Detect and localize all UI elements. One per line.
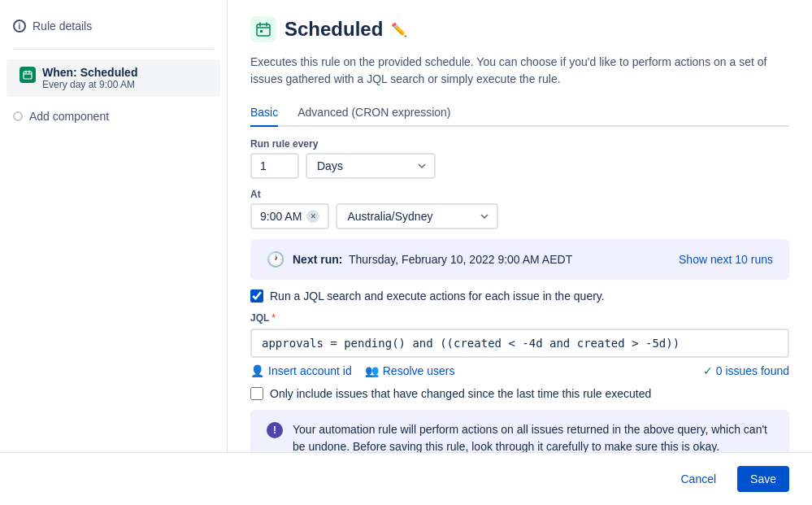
issues-found: ✓ 0 issues found	[703, 364, 789, 377]
next-run-left: 🕐 Next run: Thursday, February 10, 2022 …	[267, 250, 572, 268]
page-footer: Cancel Save	[0, 452, 812, 505]
jql-input[interactable]	[250, 329, 789, 358]
at-row: 9:00 AM × Australia/Sydney UTC America/N…	[250, 203, 789, 229]
page-title: Scheduled	[284, 18, 383, 41]
dot-icon	[13, 111, 23, 121]
when-label: When: Scheduled	[42, 66, 137, 79]
calendar-icon	[20, 67, 36, 83]
jql-checkbox-label: Run a JQL search and execute actions for…	[270, 290, 605, 303]
page-description: Executes this rule on the provided sched…	[250, 54, 789, 88]
sidebar-item-rule-details[interactable]: i Rule details	[0, 13, 227, 39]
timezone-select[interactable]: Australia/Sydney UTC America/New_York Eu…	[336, 203, 498, 229]
cancel-button[interactable]: Cancel	[667, 466, 729, 492]
insert-account-id-link[interactable]: 👤 Insert account id	[250, 364, 352, 377]
sidebar-item-when[interactable]: When: Scheduled Every day at 9:00 AM	[7, 59, 220, 97]
only-include-checkbox[interactable]	[250, 387, 263, 400]
jql-label-row: JQL *	[250, 312, 789, 324]
sidebar: i Rule details When: Scheduled Every day…	[0, 0, 228, 452]
tab-advanced[interactable]: Advanced (CRON expression)	[297, 99, 450, 127]
main-content: Scheduled ✏️ Executes this rule on the p…	[228, 0, 812, 452]
only-include-label: Only include issues that have changed si…	[270, 387, 651, 400]
add-component-label: Add component	[29, 110, 109, 123]
warning-banner: ! Your automation rule will perform acti…	[250, 410, 789, 452]
at-group: At 9:00 AM × Australia/Sydney UTC Americ…	[250, 189, 789, 229]
required-star: *	[271, 312, 276, 324]
edit-icon[interactable]: ✏️	[391, 22, 407, 37]
interval-select[interactable]: Days Hours Weeks	[306, 153, 436, 179]
header-calendar-icon	[250, 16, 276, 42]
next-run-label: Next run:	[293, 253, 342, 266]
time-value: 9:00 AM	[260, 210, 302, 223]
jql-actions-left: 👤 Insert account id 👥 Resolve users	[250, 364, 454, 377]
tab-basic[interactable]: Basic	[250, 99, 278, 127]
jql-label: JQL	[250, 312, 269, 324]
issues-found-label: 0 issues found	[716, 364, 789, 377]
sidebar-item-add-component[interactable]: Add component	[0, 103, 227, 129]
clock-icon: 🕐	[267, 250, 284, 268]
svg-rect-8	[260, 30, 263, 33]
jql-group: JQL * 👤 Insert account id	[250, 312, 789, 377]
run-rule-row: Days Hours Weeks	[250, 153, 789, 179]
when-text-group: When: Scheduled Every day at 9:00 AM	[42, 66, 137, 90]
svg-rect-0	[24, 72, 32, 79]
run-rule-every-group: Run rule every Days Hours Weeks	[250, 138, 789, 179]
rule-details-label: Rule details	[33, 20, 92, 33]
svg-rect-4	[257, 24, 270, 36]
insert-account-id-label: Insert account id	[268, 364, 352, 377]
next-run-text: Next run: Thursday, February 10, 2022 9:…	[293, 253, 572, 266]
person-icon: 👤	[250, 364, 264, 377]
page-header: Scheduled ✏️	[250, 16, 789, 42]
form-section: Run rule every Days Hours Weeks At	[250, 138, 789, 452]
users-icon: 👥	[365, 364, 379, 377]
at-label: At	[250, 189, 789, 200]
info-icon: i	[13, 20, 26, 33]
run-rule-number-input[interactable]	[250, 153, 299, 179]
jql-checkbox-row: Run a JQL search and execute actions for…	[250, 290, 789, 303]
tabs-row: Basic Advanced (CRON expression)	[250, 99, 789, 127]
run-rule-every-label: Run rule every	[250, 138, 789, 150]
next-run-banner: 🕐 Next run: Thursday, February 10, 2022 …	[250, 239, 789, 280]
warning-text: Your automation rule will perform action…	[293, 421, 773, 452]
when-sublabel: Every day at 9:00 AM	[42, 79, 137, 90]
only-include-row: Only include issues that have changed si…	[250, 387, 789, 400]
jql-checkbox[interactable]	[250, 290, 263, 303]
next-run-value: Thursday, February 10, 2022 9:00 AM AEDT	[349, 253, 572, 266]
show-next-runs-link[interactable]: Show next 10 runs	[679, 253, 773, 266]
sidebar-divider	[13, 49, 214, 50]
resolve-users-link[interactable]: 👥 Resolve users	[365, 364, 455, 377]
jql-actions-row: 👤 Insert account id 👥 Resolve users ✓	[250, 364, 789, 377]
resolve-users-label: Resolve users	[383, 364, 455, 377]
time-pill[interactable]: 9:00 AM ×	[250, 203, 329, 229]
time-clear-button[interactable]: ×	[306, 210, 319, 223]
warning-icon: !	[267, 422, 283, 438]
check-icon: ✓	[703, 364, 713, 377]
save-button[interactable]: Save	[737, 466, 789, 492]
